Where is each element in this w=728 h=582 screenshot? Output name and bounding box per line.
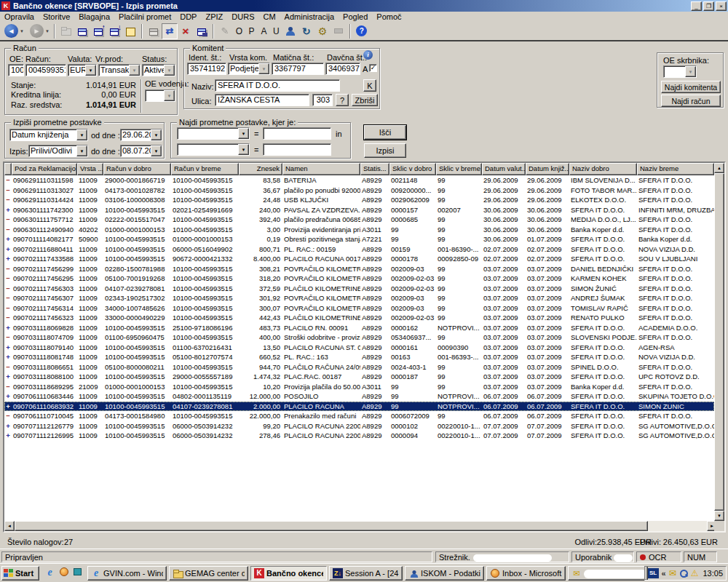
table-row[interactable]: −09062911103115981100929000-000186671910… xyxy=(4,175,714,186)
table-row[interactable]: −09070311180866511100905100-800008021110… xyxy=(4,362,714,372)
vrsta-kom-combo[interactable]: Podjetje▼ xyxy=(228,63,270,75)
menu-item[interactable]: DURS xyxy=(227,12,258,21)
find-value2-input[interactable] xyxy=(263,143,331,156)
od-dne-combo[interactable]: 29.06.2009▼ xyxy=(120,129,162,141)
close-button[interactable]: × xyxy=(716,1,727,11)
find-field2-combo[interactable]: ▼ xyxy=(177,143,250,156)
table-row[interactable]: −09070211174563071100902343-190251730210… xyxy=(4,293,714,303)
table-row[interactable]: −09062911103130271100904173-000102878210… xyxy=(4,186,714,196)
menu-item[interactable]: DDP xyxy=(175,12,201,21)
a-checkbox[interactable]: ✓ xyxy=(369,64,377,72)
ident-field[interactable]: 35741192 xyxy=(187,63,226,75)
table-row[interactable]: +09070611106839321100910100-004599351504… xyxy=(4,402,714,412)
table-row[interactable]: −09070211174563141100934000-100748562610… xyxy=(4,303,714,314)
table-row[interactable]: −09070311186892952100901000-000100015310… xyxy=(4,382,714,392)
column-header-namen[interactable]: Namen xyxy=(282,163,360,175)
menu-item[interactable]: CM xyxy=(258,12,280,21)
forward-dropdown-icon[interactable]: ▼ xyxy=(45,29,50,33)
scroll-down-icon[interactable]: ▼ xyxy=(714,511,724,521)
isci-button[interactable]: Išči xyxy=(364,125,406,140)
column-header-znesek[interactable]: Znesek xyxy=(239,163,282,175)
column-header-sklic-v-breme[interactable]: Sklic v breme xyxy=(436,163,482,175)
quick-launch-clock-icon[interactable] xyxy=(58,567,70,579)
tray-collapse-icon[interactable]: « xyxy=(662,569,666,578)
table-row[interactable]: +09063011117423001100910100-004599351502… xyxy=(4,205,714,215)
table-row[interactable]: +09070711121269951100910100-004599351506… xyxy=(4,431,714,441)
criteria-combo[interactable]: Datum knjiženja▼ xyxy=(9,129,88,141)
valuta-combo[interactable]: EUR▼ xyxy=(68,64,97,76)
find-field1-combo[interactable]: ▼ xyxy=(177,127,250,140)
upload-window-icon[interactable]: ↑ xyxy=(90,23,106,39)
taskbar-task-6[interactable]: Inbox - Microsoft Ou... xyxy=(486,566,566,581)
column-header-vrsta[interactable]: Vrsta ... xyxy=(77,163,103,175)
scroll-left-icon[interactable]: ◄ xyxy=(4,521,15,531)
racun-field[interactable]: 0045993515 xyxy=(25,64,66,76)
info-icon[interactable]: i xyxy=(363,50,373,60)
menu-item[interactable]: Blagajna xyxy=(74,12,114,21)
vrprod-combo[interactable]: Transakcijsk▼ xyxy=(98,64,141,76)
cancel-transaction-icon[interactable]: ⇄× xyxy=(178,23,194,39)
menu-item[interactable]: Pogled xyxy=(339,12,372,21)
zbrisi-button[interactable]: Zbriši xyxy=(352,94,378,106)
table-row[interactable]: +09070311180881001100910100-004599351529… xyxy=(4,372,714,382)
back-dropdown-icon[interactable]: ▼ xyxy=(20,29,24,33)
column-header-sign[interactable] xyxy=(4,163,12,175)
transactions-icon[interactable]: ⇄ xyxy=(162,23,178,39)
find-value1-input[interactable] xyxy=(263,127,331,140)
najdi-komitenta-button[interactable]: Najdi komitenta xyxy=(661,81,721,93)
table-row[interactable]: +09070311180698281100910100-004599351525… xyxy=(4,323,714,333)
hisna-stevilka-field[interactable]: 303 xyxy=(312,94,333,106)
naziv-field[interactable]: SFERA IT D.O.O. xyxy=(215,79,340,92)
davcna-field[interactable]: 34069372 xyxy=(325,63,360,75)
save-window-icon[interactable] xyxy=(194,23,210,39)
toolbar-letter-button[interactable]: U xyxy=(270,26,282,36)
edit-pencil-icon[interactable]: ✎ xyxy=(217,23,233,39)
open-folder-icon[interactable] xyxy=(58,23,74,39)
column-header-datum-knjizenja[interactable]: Datum knjiž... xyxy=(526,163,569,175)
column-header-status[interactable]: Statis... xyxy=(360,163,389,175)
menu-item[interactable]: Storitve xyxy=(39,12,74,21)
column-header-sklic-v-dobro[interactable]: Sklic v dobro xyxy=(389,163,436,175)
vertical-scrollbar[interactable]: ▲ ▼ xyxy=(714,163,724,521)
tools-icon[interactable]: ⚙ xyxy=(314,23,331,39)
table-row[interactable]: −09070311180747091100901100-695096047510… xyxy=(4,332,714,343)
download-window-icon[interactable]: ↓ xyxy=(106,23,122,39)
maticna-field[interactable]: 3367797 xyxy=(272,63,324,75)
table-row[interactable]: −09070211174563031100904107-023927808110… xyxy=(4,284,714,294)
oe-field[interactable]: 100 xyxy=(8,64,24,76)
table-row[interactable]: −09070211174562991100902280-150078198810… xyxy=(4,264,714,274)
menu-item[interactable]: Administracija xyxy=(280,12,339,21)
help-icon[interactable]: ? xyxy=(354,23,370,39)
table-row[interactable]: +09070711121267791100910100-004599351506… xyxy=(4,421,714,431)
forward-icon[interactable]: ► xyxy=(30,24,44,38)
user-icon[interactable] xyxy=(282,23,298,39)
taskbar-task-4[interactable]: Z↓Session A - [24 x 80] xyxy=(329,566,403,581)
table-row[interactable]: −09070611107100451100904173-000158498010… xyxy=(4,411,714,421)
taskbar-task-3[interactable]: KBančno okence [S... xyxy=(250,566,327,581)
column-header-racun-v-breme[interactable]: Račun v breme xyxy=(171,163,239,175)
table-row[interactable]: +09070111140821775090010100-004599351501… xyxy=(4,234,714,244)
column-header-naziv-breme[interactable]: Naziv breme xyxy=(637,163,714,175)
table-row[interactable]: +09070211168804111100910100-004599351506… xyxy=(4,244,714,255)
menu-item[interactable]: Pomoč xyxy=(372,12,405,21)
horizontal-scrollbar[interactable]: ◄ ► xyxy=(4,521,717,531)
taskbar-task-7[interactable]: ✉ xyxy=(568,566,648,581)
najdi-racun-button[interactable]: Najdi račun xyxy=(661,95,721,107)
taskbar-task-5[interactable]: ISKOM - Podatki kom... xyxy=(405,566,484,581)
keyboard-layout-indicator[interactable]: SL xyxy=(648,568,659,578)
tray-mail-icon[interactable]: ✉ xyxy=(669,568,676,578)
tray-warning-icon[interactable]: ⚠ xyxy=(691,568,699,578)
table-row[interactable]: +09070311180817481100910100-004599351505… xyxy=(4,352,714,362)
oe-skrbnika-combo[interactable]: ▼ xyxy=(663,65,697,78)
toolbar-letter-button[interactable]: P xyxy=(245,26,258,36)
tray-magnifier-icon[interactable] xyxy=(679,569,688,578)
column-header-pod-za-reklamacijo[interactable]: Pod za Reklamacijo xyxy=(12,163,77,175)
horizontal-scroll-thumb[interactable] xyxy=(15,521,648,531)
table-row[interactable]: −09070211174562951100905100-700191926810… xyxy=(4,274,714,284)
taskbar-task-2[interactable]: GEMAG center d.o.o xyxy=(169,566,248,581)
column-header-naziv-dobro[interactable]: Naziv dobro xyxy=(569,163,637,175)
izpisi-button[interactable]: Izpisi xyxy=(364,143,406,158)
taskbar-task-1[interactable]: eGVIN.com - Window... xyxy=(87,566,167,581)
menu-item[interactable]: ZPIZ xyxy=(201,12,227,21)
ulica-field[interactable]: IŽANSKA CESTA xyxy=(215,94,309,106)
